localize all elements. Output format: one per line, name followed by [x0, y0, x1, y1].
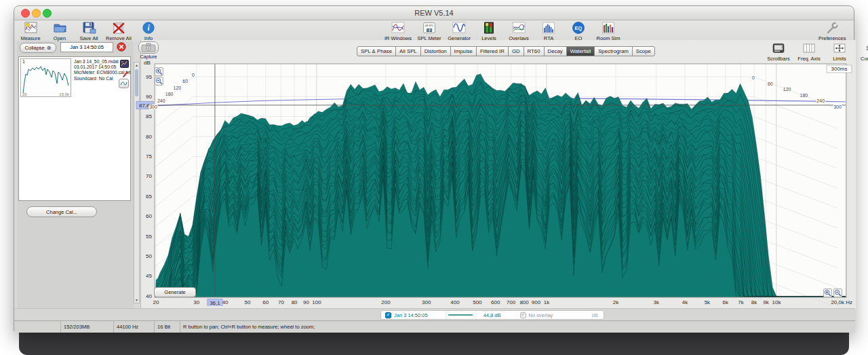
graph-controls-button[interactable]: Controls [858, 41, 868, 62]
tab-spectrogram[interactable]: Spectrogram [594, 46, 633, 56]
toolbar-eq-button[interactable]: EQEQ [566, 21, 591, 41]
svg-text:45: 45 [146, 273, 152, 279]
zoom-out-y-icon[interactable] [155, 77, 163, 86]
graph-scrollbars-button[interactable]: Scrollbars [766, 41, 791, 62]
window-title: REW V5.14 [14, 6, 854, 20]
svg-text:60: 60 [146, 213, 152, 219]
svg-text:83: 83 [427, 27, 432, 33]
svg-text:6k: 6k [723, 299, 729, 305]
svg-text:90: 90 [303, 299, 309, 305]
svg-text:300: 300 [833, 105, 842, 109]
toolbar-button-label: Open [54, 35, 66, 41]
ir-windows-icon [391, 21, 406, 35]
svg-text:200: 200 [381, 299, 391, 305]
svg-text:400: 400 [450, 299, 460, 305]
collapse-button[interactable]: Collapse ⊛ [20, 43, 56, 53]
svg-text:8k: 8k [751, 299, 757, 305]
zoom-out-x-icon[interactable] [833, 288, 842, 297]
no-overlay-label: No overlay [529, 312, 553, 318]
overlays-icon [511, 21, 526, 35]
graph-area: Capture dB SPL & PhaseAll SPLDistortionI… [140, 40, 856, 310]
save-all-icon [81, 21, 96, 35]
thumb-axis-max: 15,0k [59, 92, 69, 96]
tab-distortion[interactable]: Distortion [420, 46, 451, 56]
svg-text:180: 180 [800, 93, 808, 98]
toolbar-button-label: Freq. Axis [797, 56, 820, 62]
tab-waterfall[interactable]: Waterfall [566, 46, 595, 56]
toolbar-button-label: Save All [79, 35, 98, 41]
remove-all-icon [111, 21, 126, 35]
toolbar-right-group: Preferences [818, 21, 846, 41]
legend-bar: ✓ Jan 3 14:50:05 44,8 dB ✓ No overlay dB [14, 308, 855, 321]
svg-text:500: 500 [473, 299, 482, 305]
trace-visible-checkbox[interactable]: ✓ [385, 312, 391, 318]
graph-freq-axis-button[interactable]: Freq. Axis [797, 41, 821, 62]
status-bar: 152/203MB 44100 Hz 16 Bit R button to pa… [14, 320, 855, 333]
capture-label: Capture [133, 54, 164, 59]
tab-impulse[interactable]: Impulse [450, 46, 477, 56]
toolbar-save-all-button[interactable]: Save All [77, 21, 101, 41]
toolbar-remove-all-button[interactable]: Remove All [106, 21, 132, 41]
toolbar-measure-button[interactable]: Measure [18, 21, 43, 41]
delete-measurement-button[interactable] [117, 42, 126, 52]
svg-text:40: 40 [222, 299, 229, 305]
tab-scope[interactable]: Scope [632, 46, 655, 56]
trace-options-button[interactable] [119, 79, 129, 88]
measurements-panel: Collapse ⊛ 1 20 15,0k Jan 3 14_50_05.mda… [17, 41, 134, 310]
toolbar-generator-button[interactable]: Generator [447, 21, 471, 41]
graph-limits-button[interactable]: Limits [827, 41, 852, 62]
tab-rt60[interactable]: RT60 [524, 46, 545, 56]
svg-text:55: 55 [146, 233, 152, 240]
tab-filtered-ir[interactable]: Filtered IR [476, 46, 509, 56]
zoom-in-x-icon[interactable] [823, 288, 832, 297]
generator-icon [452, 21, 467, 35]
toolbar-spl-meter-button[interactable]: dB SPL83SPL Meter [417, 21, 441, 41]
svg-text:40: 40 [146, 293, 152, 299]
tab-gd[interactable]: GD [508, 46, 524, 56]
svg-text:4k: 4k [682, 299, 688, 305]
collapse-icon: ⊛ [47, 45, 52, 51]
time-window-label: 300ms [831, 66, 847, 72]
rta-icon [541, 21, 556, 35]
toolbar-open-button[interactable]: Open [47, 21, 72, 41]
limits-icon [832, 41, 847, 55]
capture-button[interactable] [138, 41, 159, 54]
toolbar-levels-button[interactable]: Levels [477, 21, 501, 41]
tab-decay[interactable]: Decay [544, 46, 567, 56]
measurement-name-input[interactable] [60, 42, 113, 52]
toolbar-info-button[interactable]: iInfo [136, 21, 161, 41]
status-help-text: R button to pan; Ctrl+R button to measur… [180, 321, 851, 333]
toolbar-ir-windows-button[interactable]: IR Windows [384, 21, 412, 41]
preferences-icon [825, 21, 840, 35]
svg-text:30: 30 [193, 299, 199, 305]
scrollbars-icon [771, 41, 786, 55]
tab-spl-phase[interactable]: SPL & Phase [357, 46, 396, 56]
no-overlay-checkbox[interactable]: ✓ [520, 312, 526, 318]
tab-all-spl[interactable]: All SPL [395, 46, 421, 56]
svg-text:80: 80 [292, 299, 298, 305]
svg-text:7k: 7k [738, 299, 744, 305]
spl-meter-icon: dB SPL83 [422, 21, 437, 35]
waterfall-plot[interactable]: 2030405060708090100200300400500600700800… [136, 63, 853, 306]
toolbar-button-label: Scrollbars [767, 56, 789, 62]
generate-button[interactable]: Generate [154, 287, 196, 297]
svg-text:60: 60 [262, 299, 269, 305]
toolbar-overlays-button[interactable]: Overlays [507, 21, 531, 41]
svg-text:600: 600 [491, 299, 500, 305]
thumb-axis-min: 20 [22, 92, 27, 96]
room-sim-icon [601, 21, 616, 35]
svg-text:100: 100 [312, 299, 321, 305]
svg-text:180: 180 [165, 92, 174, 96]
zoom-in-y-icon[interactable] [155, 67, 163, 76]
toolbar-preferences-button[interactable]: Preferences [818, 21, 846, 41]
svg-text:2k: 2k [613, 299, 619, 305]
toolbar-room-sim-button[interactable]: Room Sim [596, 21, 620, 41]
svg-text:3k: 3k [653, 299, 659, 305]
toolbar-center-group: IR WindowsdB SPL83SPL MeterGeneratorLeve… [384, 21, 620, 41]
controls-icon [863, 41, 868, 55]
measurement-item[interactable]: 1 20 15,0k Jan 3 14_50_05.mdat 03.01.201… [19, 57, 130, 99]
svg-text:900: 900 [532, 299, 541, 305]
toolbar-rta-button[interactable]: RTA [536, 21, 561, 41]
toolbar-button-label: Remove All [106, 35, 132, 41]
change-cal-button[interactable]: Change Cal... [26, 206, 97, 217]
